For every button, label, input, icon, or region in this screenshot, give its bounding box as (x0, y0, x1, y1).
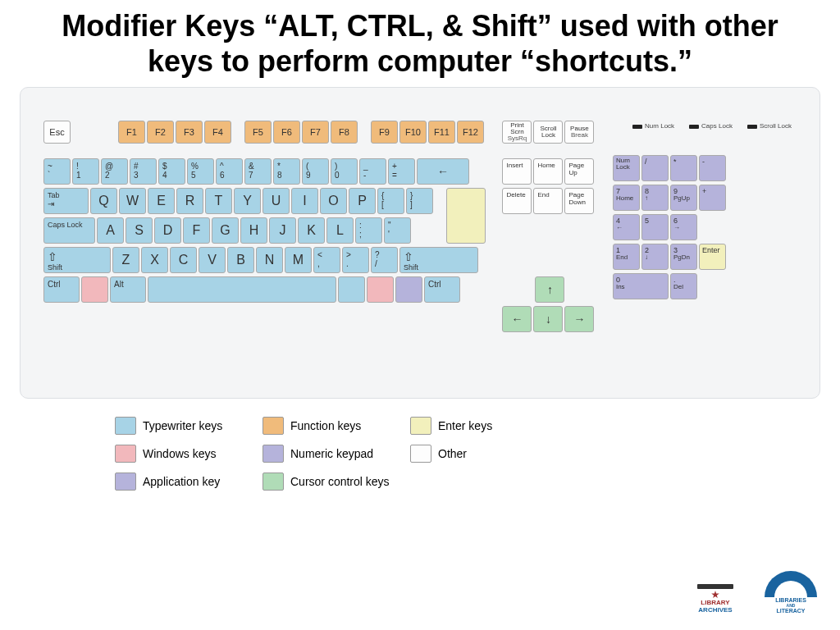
key-9: (9 (302, 158, 329, 185)
key-numpad-7: 7Home (613, 185, 640, 211)
key-f7: F7 (302, 121, 329, 144)
key-a: A (97, 217, 124, 244)
key-pageup: Page Up (564, 158, 594, 185)
key-2: @2 (101, 158, 128, 185)
key-u: U (262, 188, 290, 214)
key-k: K (298, 217, 325, 244)
swatch-icon (262, 445, 284, 463)
key-home: Home (533, 158, 563, 185)
footer-logos: LIBRARYARCHIVES LIBRARIESANDLITERACY (689, 571, 824, 614)
key-4: $4 (158, 158, 185, 185)
key-numpad-0: 0Ins (613, 273, 669, 299)
key-f5: F5 (244, 121, 272, 144)
key-r: R (176, 188, 203, 214)
key-arrow-left: ← (502, 306, 532, 332)
key-f9: F9 (371, 121, 398, 144)
legend-enter: Enter keys (410, 413, 550, 438)
key-semicolon: :; (355, 217, 382, 244)
key-5: %5 (187, 158, 214, 185)
legend-cursor: Cursor control keys (262, 469, 402, 494)
key-rbracket: }] (406, 188, 433, 214)
key-application (395, 276, 422, 303)
key-7: &7 (244, 158, 272, 185)
key-h: H (240, 217, 267, 244)
key-windows-right (367, 276, 394, 303)
legend-other: Other (410, 441, 550, 466)
key-numpad-div: / (641, 155, 669, 181)
key-numpad-enter: Enter (699, 244, 726, 270)
key-arrow-up: ↑ (535, 276, 564, 303)
key-c: C (170, 247, 197, 273)
key-numpad-5: 5 (641, 214, 669, 240)
key-e: E (148, 188, 175, 214)
key-f10: F10 (399, 121, 427, 144)
key-tab: Tab⇥ (43, 188, 89, 214)
key-minus: _- (359, 158, 386, 185)
key-numpad-sub: - (699, 155, 726, 181)
numpad-block: Num Lock / * - 7Home 8↑ 9PgUp + 4← 5 6→ … (613, 121, 726, 303)
key-z: Z (112, 247, 139, 273)
key-n: N (256, 247, 283, 273)
key-backtick: ~` (43, 158, 71, 185)
key-esc: Esc (43, 121, 71, 144)
key-ctrl-left: Ctrl (43, 276, 80, 303)
key-numlock: Num Lock (613, 155, 640, 181)
key-pause: PauseBreak (564, 121, 594, 144)
key-f3: F3 (176, 121, 203, 144)
key-m: M (285, 247, 312, 273)
swatch-icon (262, 417, 284, 435)
key-numpad-1: 1End (613, 244, 640, 270)
key-j: J (269, 217, 296, 244)
main-key-block: Esc F1 F2 F3 F4 F5 F6 F7 F8 F9 F10 F11 F… (43, 121, 484, 306)
key-numpad-dot: .Del (670, 273, 697, 299)
key-arrow-right: → (564, 306, 594, 332)
key-6: ^6 (216, 158, 243, 185)
key-f1: F1 (118, 121, 145, 144)
key-8: *8 (273, 158, 300, 185)
key-period: >. (342, 247, 369, 273)
key-d: D (154, 217, 181, 244)
key-numpad-plus: + (699, 185, 726, 211)
key-capslock: Caps Lock (43, 217, 95, 244)
legend: Typewriter keys Function keys Enter keys… (115, 413, 840, 494)
key-f2: F2 (147, 121, 174, 144)
key-l: L (326, 217, 354, 244)
key-slash: ?/ (371, 247, 398, 273)
key-v: V (199, 247, 226, 273)
legend-windows: Windows keys (115, 441, 254, 466)
legend-application: Application key (115, 469, 254, 494)
key-y: Y (234, 188, 261, 214)
key-o: O (320, 188, 347, 214)
key-comma: <, (313, 247, 340, 273)
key-windows-left (81, 276, 108, 303)
key-numpad-mul: * (670, 155, 697, 181)
key-f6: F6 (273, 121, 300, 144)
scrolllock-led: Scroll Lock (747, 122, 792, 130)
library-archives-logo: LIBRARYARCHIVES (689, 584, 742, 614)
key-arrow-down: ↓ (533, 306, 563, 332)
key-g: G (212, 217, 239, 244)
key-numpad-8: 8↑ (641, 185, 669, 211)
swatch-icon (115, 445, 136, 463)
key-0: )0 (331, 158, 358, 185)
key-f11: F11 (428, 121, 455, 144)
key-b: B (227, 247, 254, 273)
key-1: !1 (72, 158, 99, 185)
key-shift-left: ⇧ Shift (43, 247, 111, 273)
key-numpad-6: 6→ (670, 214, 697, 240)
key-end: End (533, 188, 563, 214)
legend-function: Function keys (262, 413, 402, 438)
swatch-icon (115, 472, 136, 491)
key-numpad-3: 3PgDn (670, 244, 697, 270)
legend-typewriter: Typewriter keys (115, 413, 254, 438)
key-x: X (141, 247, 168, 273)
keyboard-diagram: Num Lock Caps Lock Scroll Lock Esc F1 F2… (20, 87, 820, 399)
key-backspace: ← (417, 158, 469, 185)
key-insert: Insert (502, 158, 532, 185)
swatch-icon (262, 472, 284, 491)
key-t: T (205, 188, 232, 214)
key-ctrl-right: Ctrl (424, 276, 460, 303)
key-w: W (119, 188, 146, 214)
swatch-icon (410, 417, 431, 435)
legend-numeric: Numeric keypad (262, 441, 402, 466)
